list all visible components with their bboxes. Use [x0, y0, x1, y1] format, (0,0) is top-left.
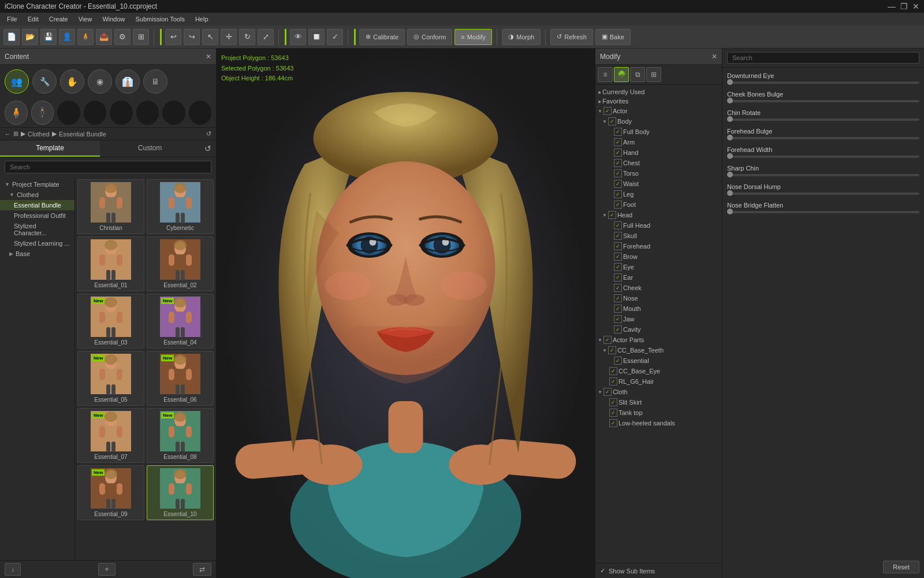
morph-slider-3[interactable]	[727, 137, 919, 139]
scene-item-cheek[interactable]: ✓Cheek	[595, 283, 722, 293]
morph-slider-0[interactable]	[727, 81, 919, 84]
grid-item-cybernetic[interactable]: Cybernetic	[147, 179, 214, 234]
item-checkbox[interactable]: ✓	[614, 169, 622, 177]
grid-item-christian[interactable]: Christian	[77, 179, 144, 234]
grid-item-essential_05[interactable]: New Essential_05	[77, 351, 144, 406]
item-checkbox[interactable]: ✓	[603, 336, 612, 344]
scene-item-chest[interactable]: ✓Chest	[595, 158, 722, 168]
modify-btn[interactable]: ≡Modify	[454, 29, 492, 45]
menu-create[interactable]: Create	[44, 14, 73, 24]
scene-item-hand[interactable]: ✓Hand	[595, 147, 722, 158]
save-btn[interactable]: 💾	[40, 29, 57, 45]
item-checkbox[interactable]: ✓	[614, 253, 622, 261]
morph-slider-thumb-2[interactable]	[727, 116, 733, 122]
scene-item-rl-g6-hair[interactable]: ✓RL_G6_Hair	[595, 376, 722, 387]
scene-item-skull[interactable]: ✓Skull	[595, 231, 722, 241]
item-checkbox[interactable]: ✓	[608, 346, 616, 354]
item-checkbox[interactable]: ✓	[614, 190, 622, 198]
item-checkbox[interactable]: ✓	[614, 294, 622, 302]
tree-professional[interactable]: Professional Outfit	[0, 210, 74, 221]
breadcrumb-clothed[interactable]: Clothed	[28, 131, 50, 138]
scene-item-eye[interactable]: ✓Eye	[595, 262, 722, 272]
eye-btn[interactable]: 👁	[290, 29, 306, 45]
scene-item-foot[interactable]: ✓Foot	[595, 199, 722, 210]
expand-arrow[interactable]: ▼	[602, 348, 607, 353]
tree-project-template[interactable]: ▼Project Template	[0, 179, 74, 190]
acc-icon-btn[interactable]: 🖥	[143, 69, 167, 94]
scene-item-brow[interactable]: ✓Brow	[595, 251, 722, 262]
icon2-2[interactable]: 🕴	[31, 101, 54, 125]
redo-btn[interactable]: ↪	[184, 29, 200, 45]
breadcrumb-grid[interactable]: ⊞	[13, 130, 18, 138]
tree-base[interactable]: ▶Base	[0, 249, 74, 259]
item-checkbox[interactable]: ✓	[603, 388, 612, 396]
item-checkbox[interactable]: ✓	[614, 232, 622, 240]
settings-btn[interactable]: ⚙	[114, 29, 131, 45]
tab-template[interactable]: Template	[0, 140, 100, 157]
conform-btn[interactable]: ◎Conform	[407, 29, 452, 45]
item-checkbox[interactable]: ✓	[614, 128, 622, 136]
menu-submission[interactable]: Submission Tools	[131, 14, 189, 24]
grid-btn[interactable]: ⊞	[133, 29, 149, 45]
item-checkbox[interactable]: ✓	[614, 138, 622, 146]
new-btn[interactable]: 📄	[3, 29, 20, 45]
item-checkbox[interactable]: ✓	[614, 284, 622, 292]
body-icon-btn[interactable]: 🔧	[32, 69, 57, 94]
modify-close-btn[interactable]: ✕	[711, 53, 717, 61]
morph-slider-thumb-5[interactable]	[727, 172, 733, 177]
scene-item-currently-used[interactable]: ●Currently Used	[595, 87, 722, 97]
expand-arrow[interactable]: ▼	[598, 338, 602, 343]
morph-slider-thumb-3[interactable]	[727, 135, 733, 140]
item-checkbox[interactable]: ✓	[614, 221, 622, 229]
search-input[interactable]	[5, 161, 211, 173]
close-btn[interactable]: ✕	[912, 2, 919, 11]
avatar-btn[interactable]: 🧍	[77, 29, 94, 45]
item-checkbox[interactable]: ✓	[603, 107, 612, 115]
morph-slider-7[interactable]	[727, 211, 919, 213]
item-checkbox[interactable]: ✓	[608, 117, 616, 125]
more-btn[interactable]: ⇄	[193, 563, 211, 576]
bake-btn[interactable]: ▣Bake	[595, 29, 631, 45]
scene-item-jaw[interactable]: ✓Jaw	[595, 314, 722, 324]
scene-item-head[interactable]: ▼✓Head	[595, 210, 722, 220]
check-btn[interactable]: ✓	[327, 29, 343, 45]
scene-item-essential[interactable]: ✓Essential	[595, 355, 722, 366]
item-checkbox[interactable]: ✓	[609, 419, 617, 427]
grid-item-essential_04[interactable]: New Essential_04	[147, 294, 214, 349]
undo-btn[interactable]: ↩	[165, 29, 181, 45]
icon2-3[interactable]	[57, 101, 80, 125]
icon2-1[interactable]: 🧍	[5, 101, 28, 125]
morph-slider-5[interactable]	[727, 174, 919, 176]
tree-essential-bundle[interactable]: Essential Bundle	[0, 200, 74, 210]
scene-item-waist[interactable]: ✓Waist	[595, 179, 722, 189]
scene-item-actor[interactable]: ▼✓Actor	[595, 106, 722, 116]
morph-slider-4[interactable]	[727, 155, 919, 158]
grid-item-essential_01[interactable]: Essential_01	[77, 236, 144, 291]
scale-btn[interactable]: ⤢	[258, 29, 274, 45]
show-sub-checkbox[interactable]: ✓	[600, 567, 605, 575]
morph-search-input[interactable]	[727, 52, 919, 64]
scene-item-cloth[interactable]: ▼✓Cloth	[595, 387, 722, 397]
item-checkbox[interactable]: ✓	[614, 305, 622, 313]
select-btn[interactable]: ↖	[202, 29, 218, 45]
grid-item-essential_03[interactable]: New Essential_03	[77, 294, 144, 349]
tab-refresh-btn[interactable]: ↺	[200, 140, 216, 157]
menu-view[interactable]: View	[74, 14, 97, 24]
tree-clothed[interactable]: ▼Clothed	[0, 190, 74, 200]
scene-tool-tree[interactable]: 🌳	[614, 67, 629, 82]
morph-slider-6[interactable]	[727, 192, 919, 195]
scene-item-cc-base-teeth[interactable]: ▼✓CC_Base_Teeth	[595, 345, 722, 355]
maximize-btn[interactable]: ❐	[900, 2, 908, 11]
menu-help[interactable]: Help	[191, 14, 213, 24]
grid-item-essential_10[interactable]: Essential_10	[147, 465, 214, 520]
face-icon-btn[interactable]: 👔	[116, 69, 140, 94]
morph-slider-thumb-1[interactable]	[727, 98, 733, 103]
menu-edit[interactable]: Edit	[23, 14, 43, 24]
refresh-btn[interactable]: ↺Refresh	[550, 29, 593, 45]
cloth-icon-btn[interactable]: ✋	[60, 69, 84, 94]
minimize-btn[interactable]: —	[888, 2, 896, 11]
item-checkbox[interactable]: ✓	[614, 357, 622, 365]
scene-item-actor-parts[interactable]: ▼✓Actor Parts	[595, 335, 722, 345]
breadcrumb-refresh[interactable]: ↺	[206, 130, 211, 138]
icon2-8[interactable]	[189, 101, 211, 125]
